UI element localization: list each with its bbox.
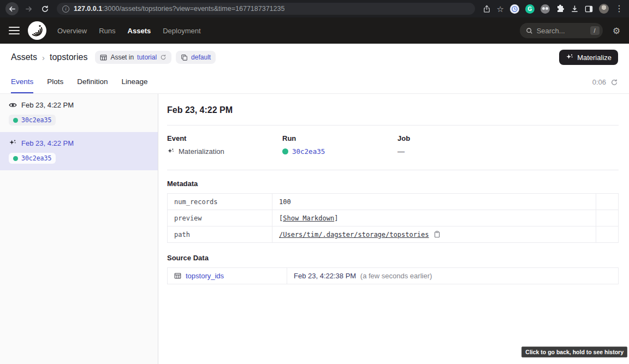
dagster-logo[interactable]: [28, 21, 46, 40]
browser-menu-kebab-icon[interactable]: ⋮: [615, 4, 624, 13]
asset-group-tag[interactable]: default: [176, 51, 216, 64]
browser-profile-avatar[interactable]: [599, 4, 609, 14]
code-location-link[interactable]: tutorial: [137, 53, 157, 61]
main-nav-links: Overview Runs Assets Deployment: [57, 27, 201, 35]
event-summary-columns: Event Materialization Run 30c2ea35 Job —: [167, 134, 619, 156]
browser-back-button[interactable]: [5, 2, 19, 15]
extensions-puzzle-icon[interactable]: [556, 4, 565, 13]
source-data-row: topstory_ids Feb 23, 4:22:38 PM (a few s…: [168, 268, 619, 284]
tab-events[interactable]: Events: [11, 71, 33, 93]
reload-location-icon[interactable]: [160, 54, 167, 61]
run-id-link[interactable]: 30c2ea35: [292, 147, 325, 156]
address-bar[interactable]: i 127.0.0.1:3000/assets/topstories?view=…: [57, 3, 475, 15]
event-column-label: Event: [167, 134, 282, 142]
event-type-value: Materialization: [167, 147, 282, 156]
event-timestamp-row: Feb 23, 4:22 PM: [9, 101, 149, 109]
reload-icon: [41, 5, 49, 13]
breadcrumb-assets-link[interactable]: Assets: [11, 52, 37, 62]
path-link[interactable]: /Users/tim/.dagster/storage/topstories: [279, 231, 429, 238]
goggles-extension-icon[interactable]: [541, 4, 550, 14]
metadata-key: preview: [168, 210, 272, 226]
nav-item-runs[interactable]: Runs: [99, 27, 115, 35]
hamburger-menu-icon[interactable]: [9, 27, 20, 34]
materialize-label: Materialize: [577, 53, 612, 62]
source-asset-name: topstory_ids: [186, 272, 224, 280]
browser-forward-button[interactable]: [22, 2, 35, 15]
event-timestamp-row: Feb 23, 4:22 PM: [9, 139, 149, 147]
divider: [167, 125, 619, 126]
run-id-link[interactable]: 30c2ea35: [21, 154, 51, 162]
event-column: Event Materialization: [167, 134, 282, 156]
event-list-item-observation[interactable]: Feb 23, 4:22 PM 30c2ea35: [0, 94, 158, 132]
source-asset-cell: topstory_ids: [168, 268, 287, 284]
nav-item-deployment[interactable]: Deployment: [163, 27, 200, 35]
metadata-key: num_records: [168, 194, 272, 210]
tab-definition[interactable]: Definition: [77, 71, 108, 93]
job-column: Job —: [397, 134, 619, 156]
event-list-item-materialization[interactable]: Feb 23, 4:22 PM 30c2ea35: [0, 132, 158, 170]
global-search-input[interactable]: Search... /: [520, 23, 603, 38]
source-data-table: topstory_ids Feb 23, 4:22:38 PM (a few s…: [167, 267, 619, 284]
back-button-tooltip: Click to go back, hold to see history: [521, 347, 627, 357]
code-location-prefix: Asset in: [110, 53, 134, 61]
breadcrumb-separator: ›: [42, 53, 45, 62]
site-info-icon[interactable]: i: [62, 5, 69, 13]
browser-toolbar: i 127.0.0.1:3000/assets/topstories?view=…: [0, 0, 629, 17]
source-asset-link[interactable]: topstory_ids: [174, 272, 280, 280]
nav-item-overview[interactable]: Overview: [57, 27, 87, 35]
asset-tabs: Events Plots Definition Lineage 0:06: [0, 71, 629, 94]
source-time-cell: Feb 23, 4:22:38 PM (a few seconds earlie…: [287, 268, 619, 284]
browser-actions: ☆ G ⋮: [483, 4, 624, 14]
run-status-dot: [13, 156, 18, 161]
code-location-tag[interactable]: Asset in tutorial: [95, 51, 171, 64]
job-column-label: Job: [397, 134, 619, 142]
refresh-timer: 0:06: [592, 71, 618, 93]
back-arrow-icon: [8, 5, 16, 13]
run-status-dot: [282, 148, 288, 154]
event-timestamp: Feb 23, 4:22 PM: [21, 101, 74, 109]
metadata-extra-cell: [596, 210, 619, 226]
bookmark-star-icon[interactable]: ☆: [497, 5, 504, 13]
tab-plots[interactable]: Plots: [47, 71, 63, 93]
event-detail-panel: Feb 23, 4:22 PM Event Materialization Ru…: [158, 94, 629, 364]
share-icon[interactable]: [483, 5, 491, 13]
metadata-table: num_records 100 preview [Show Markdown] …: [167, 193, 619, 243]
side-panel-icon[interactable]: [585, 5, 593, 13]
run-tag[interactable]: 30c2ea35: [9, 153, 56, 164]
divider: [167, 170, 619, 170]
tab-lineage[interactable]: Lineage: [122, 71, 148, 93]
refresh-icon[interactable]: [610, 79, 618, 86]
run-status-dot: [13, 118, 18, 123]
nav-item-assets[interactable]: Assets: [128, 27, 151, 35]
run-value: 30c2ea35: [282, 147, 397, 156]
job-value-text: —: [397, 147, 405, 156]
run-column: Run 30c2ea35: [282, 134, 397, 156]
source-timestamp: Feb 23, 4:22:38 PM: [294, 272, 356, 280]
asset-group-link[interactable]: default: [191, 53, 211, 61]
metadata-extra-cell: [596, 194, 619, 210]
materialization-sparkle-icon: [9, 139, 17, 147]
run-id-link[interactable]: 30c2ea35: [21, 116, 51, 124]
search-placeholder: Search...: [537, 27, 586, 35]
breadcrumb-asset-name: topstories: [50, 52, 87, 62]
metadata-row-num-records: num_records 100: [168, 194, 619, 210]
breadcrumb: Assets › topstories: [11, 52, 87, 62]
materialization-sparkle-icon: [167, 148, 175, 156]
metadata-key: path: [168, 226, 272, 243]
grammarly-extension-icon[interactable]: G: [525, 4, 535, 14]
event-detail-title: Feb 23, 4:22 PM: [167, 105, 619, 115]
clock-face-icon: [512, 6, 518, 12]
metadata-extra-cell: [596, 226, 619, 243]
run-tag[interactable]: 30c2ea35: [9, 115, 56, 126]
forward-arrow-icon: [25, 5, 33, 13]
downloads-icon[interactable]: [571, 5, 579, 13]
settings-gear-icon[interactable]: ⚙: [613, 26, 620, 36]
observation-eye-icon: [9, 101, 17, 109]
metadata-value: /Users/tim/.dagster/storage/topstories: [272, 226, 596, 243]
copy-clipboard-icon[interactable]: [434, 231, 441, 238]
browser-reload-button[interactable]: [38, 2, 51, 15]
show-markdown-link[interactable]: Show Markdown: [283, 214, 334, 222]
clock-extension-icon[interactable]: [510, 4, 519, 14]
search-icon: [526, 27, 533, 34]
materialize-button[interactable]: Materialize: [559, 50, 618, 65]
